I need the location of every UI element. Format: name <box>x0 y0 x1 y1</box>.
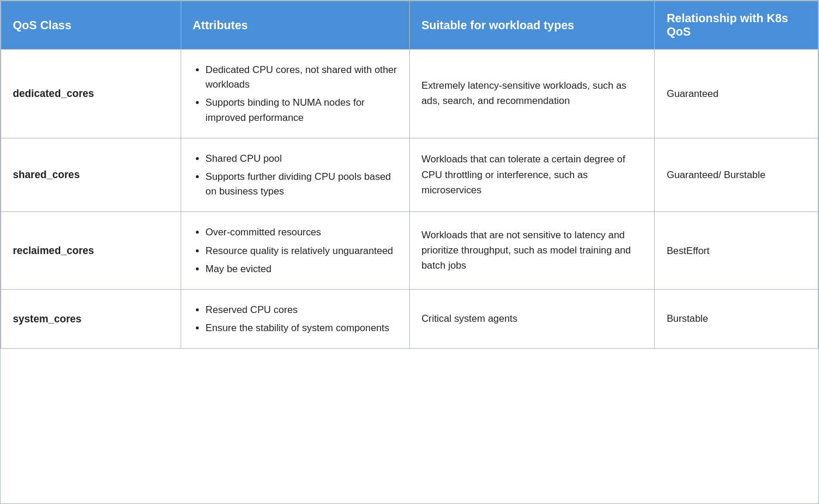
relationship-text: BestEffort <box>666 245 709 256</box>
suitable-cell: Workloads that are not sensitive to late… <box>409 212 654 290</box>
relationship-text: Burstable <box>666 313 708 324</box>
qos-table-wrapper: QoS Class Attributes Suitable for worklo… <box>0 0 819 504</box>
attributes-cell: Shared CPU poolSupports further dividing… <box>181 138 409 212</box>
relationship-cell: Guaranteed/ Burstable <box>655 138 818 212</box>
attributes-list: Reserved CPU coresEnsure the stability o… <box>193 303 398 335</box>
qos-class-name: dedicated_cores <box>13 88 94 99</box>
relationship-cell: BestEffort <box>655 212 818 290</box>
suitable-text: Workloads that are not sensitive to late… <box>421 230 631 271</box>
qos-class-name: system_cores <box>13 313 81 325</box>
qos-class-name: shared_cores <box>13 169 80 180</box>
suitable-cell: Workloads that can tolerate a certain de… <box>409 138 654 212</box>
list-item: Dedicated CPU cores, not shared with oth… <box>206 62 398 92</box>
suitable-text: Extremely latency-sensitive workloads, s… <box>421 80 627 106</box>
suitable-cell: Critical system agents <box>409 289 654 348</box>
attributes-list: Dedicated CPU cores, not shared with oth… <box>193 62 398 125</box>
list-item: Supports further dividing CPU pools base… <box>206 169 398 199</box>
table-row: shared_coresShared CPU poolSupports furt… <box>1 138 818 212</box>
list-item: Supports binding to NUMA nodes for impro… <box>206 95 398 124</box>
list-item: May be evicted <box>206 262 398 276</box>
list-item: Over-committed resources <box>206 225 398 239</box>
attributes-cell: Dedicated CPU cores, not shared with oth… <box>181 50 409 138</box>
relationship-text: Guaranteed <box>666 88 718 99</box>
list-item: Resource quality is relatively unguarant… <box>206 244 398 258</box>
table-body: dedicated_coresDedicated CPU cores, not … <box>1 50 818 349</box>
qos-class-cell: system_cores <box>1 289 181 348</box>
attributes-list: Over-committed resourcesResource quality… <box>193 225 398 276</box>
table-header-row: QoS Class Attributes Suitable for worklo… <box>1 1 818 50</box>
list-item: Reserved CPU cores <box>206 303 398 317</box>
relationship-cell: Guaranteed <box>655 50 818 138</box>
table-row: reclaimed_coresOver-committed resourcesR… <box>1 212 818 290</box>
suitable-text: Critical system agents <box>421 313 517 324</box>
qos-class-cell: dedicated_cores <box>1 50 181 138</box>
list-item: Shared CPU pool <box>206 151 398 166</box>
table-row: system_coresReserved CPU coresEnsure the… <box>1 289 818 348</box>
table-row: dedicated_coresDedicated CPU cores, not … <box>1 50 818 138</box>
qos-class-name: reclaimed_cores <box>13 245 94 256</box>
list-item: Ensure the stability of system component… <box>206 321 398 335</box>
attributes-list: Shared CPU poolSupports further dividing… <box>193 151 398 199</box>
attributes-cell: Reserved CPU coresEnsure the stability o… <box>181 289 409 348</box>
header-qos-class: QoS Class <box>1 1 181 50</box>
attributes-cell: Over-committed resourcesResource quality… <box>181 212 409 290</box>
qos-class-cell: shared_cores <box>1 138 181 212</box>
qos-table: QoS Class Attributes Suitable for worklo… <box>1 1 818 349</box>
relationship-cell: Burstable <box>655 289 818 348</box>
relationship-text: Guaranteed/ Burstable <box>666 169 765 180</box>
suitable-cell: Extremely latency-sensitive workloads, s… <box>409 50 654 138</box>
header-relationship: Relationship with K8s QoS <box>655 1 818 50</box>
suitable-text: Workloads that can tolerate a certain de… <box>421 154 626 195</box>
header-suitable: Suitable for workload types <box>409 1 654 50</box>
qos-class-cell: reclaimed_cores <box>1 212 181 290</box>
header-attributes: Attributes <box>181 1 409 50</box>
